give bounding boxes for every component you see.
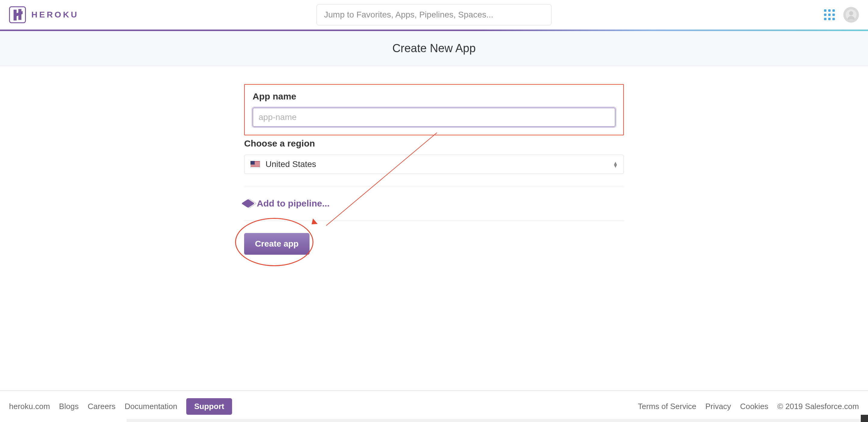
support-button[interactable]: Support — [186, 398, 232, 415]
footer-right: Terms of Service Privacy Cookies © 2019 … — [638, 402, 859, 411]
footer-copyright: © 2019 Salesforce.com — [777, 402, 859, 411]
region-label: Choose a region — [244, 138, 624, 149]
add-to-pipeline-link[interactable]: Add to pipeline... — [244, 198, 624, 209]
create-app-form: App name Choose a region United States ▴… — [244, 84, 624, 255]
submit-row: Create app — [244, 233, 624, 255]
region-selected-value: United States — [266, 159, 316, 169]
search-input[interactable] — [316, 4, 552, 25]
footer-link-documentation[interactable]: Documentation — [124, 402, 177, 411]
footer-left: heroku.com Blogs Careers Documentation S… — [9, 398, 232, 415]
footer-link-cookies[interactable]: Cookies — [740, 402, 768, 411]
create-app-button[interactable]: Create app — [244, 233, 310, 255]
footer-link-tos[interactable]: Terms of Service — [638, 402, 696, 411]
page-header: Create New App — [0, 31, 868, 66]
divider — [244, 221, 624, 221]
footer-link-blogs[interactable]: Blogs — [59, 402, 79, 411]
footer-link-careers[interactable]: Careers — [88, 402, 116, 411]
pipeline-label: Add to pipeline... — [257, 198, 330, 209]
annotation-arrowhead-icon — [309, 218, 318, 227]
divider — [244, 186, 624, 186]
annotation-highlight-app-name: App name — [244, 84, 624, 135]
nav-right — [824, 7, 859, 23]
app-name-input[interactable] — [253, 108, 615, 127]
ninja-avatar-icon — [846, 9, 857, 20]
horizontal-scrollbar[interactable] — [127, 419, 861, 422]
region-select[interactable]: United States ▴▾ — [244, 155, 624, 174]
us-flag-icon — [250, 161, 260, 168]
select-chevrons-icon: ▴▾ — [614, 161, 617, 167]
footer-link-privacy[interactable]: Privacy — [705, 402, 731, 411]
heroku-logo-icon — [9, 6, 26, 23]
app-switcher-icon[interactable] — [824, 9, 835, 20]
pipeline-icon — [241, 199, 255, 208]
footer-link-heroku[interactable]: heroku.com — [9, 402, 50, 411]
page-title: Create New App — [0, 42, 868, 55]
top-nav: HEROKU — [0, 0, 868, 30]
user-avatar[interactable] — [843, 7, 859, 23]
region-field: Choose a region United States ▴▾ — [244, 138, 624, 174]
scrollbar-corner — [861, 415, 868, 422]
app-name-label: App name — [253, 91, 615, 101]
global-search — [316, 4, 552, 25]
brand-name: HEROKU — [31, 10, 79, 20]
brand[interactable]: HEROKU — [9, 6, 79, 23]
footer: heroku.com Blogs Careers Documentation S… — [0, 390, 868, 422]
